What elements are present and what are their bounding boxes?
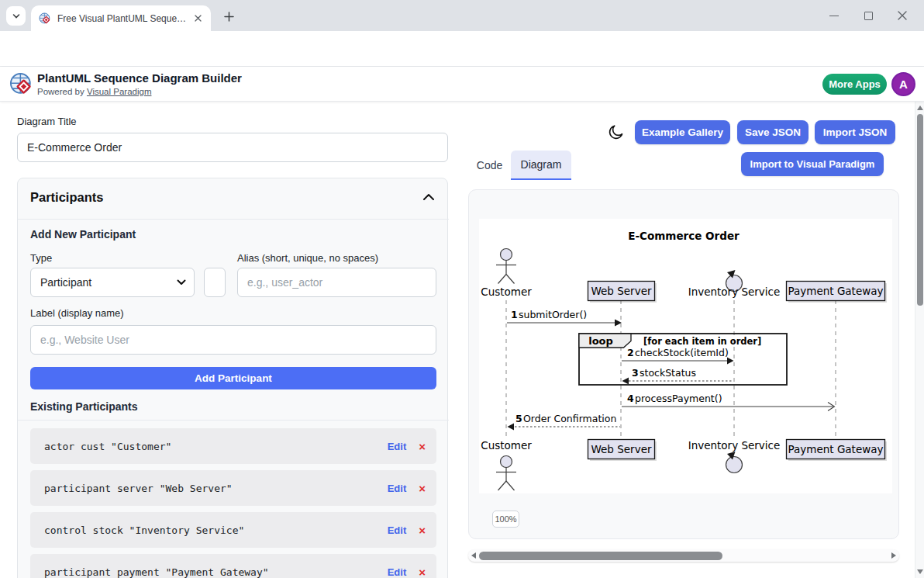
participant-label: Web Server [591, 285, 652, 297]
sequence-diagram: E-Commerce Order Customer [479, 219, 892, 493]
participant-code: participant server "Web Server" [44, 483, 388, 494]
delete-participant-button[interactable]: × [419, 482, 426, 495]
control-inventory-bottom [726, 452, 743, 473]
message-number: 3 [632, 367, 639, 379]
page-title: PlantUML Sequence Diagram Builder [37, 71, 242, 85]
participant-row: control stock "Inventory Service" Edit × [30, 512, 436, 548]
edit-participant-button[interactable]: Edit [388, 441, 407, 452]
vertical-scroll-thumb[interactable] [917, 114, 923, 306]
site-favicon-icon [39, 12, 51, 25]
participant-label: Inventory Service [688, 286, 781, 298]
participants-card: Participants Add New Participant Type Al… [17, 178, 448, 578]
delete-participant-button[interactable]: × [419, 524, 426, 537]
powered-by-prefix: Powered by [37, 87, 84, 96]
chevron-down-icon [177, 279, 186, 286]
scroll-left-arrow-icon[interactable] [471, 552, 476, 559]
diagram-title: E-Commerce Order [628, 230, 740, 242]
new-tab-button[interactable] [219, 7, 238, 26]
message-text: submitOrder() [519, 309, 587, 320]
existing-participants-title: Existing Participants [30, 400, 137, 413]
participant-code: actor cust "Customer" [44, 441, 388, 452]
minimize-icon [829, 16, 839, 16]
visual-paradigm-logo [9, 72, 33, 96]
dark-mode-toggle[interactable] [606, 123, 626, 143]
message-5: 5 Order Confirmation [508, 413, 621, 431]
message-3: 3 stockStatus [622, 367, 734, 385]
zoom-level-badge[interactable]: 100% [492, 511, 519, 528]
participant-label: Customer [481, 286, 532, 298]
tab-diagram[interactable]: Diagram [511, 151, 571, 180]
message-text: processPayment() [635, 393, 722, 404]
browser-tab[interactable]: Free Visual PlantUML Sequence [31, 5, 211, 31]
type-extra-box[interactable] [204, 268, 226, 297]
message-number: 5 [515, 413, 522, 424]
collapse-section-button[interactable] [422, 192, 435, 204]
type-label: Type [30, 252, 52, 264]
diagram-canvas[interactable]: E-Commerce Order Customer [479, 219, 892, 493]
app-user-avatar[interactable]: A [891, 72, 915, 96]
loop-condition: [for each item in order] [643, 336, 761, 347]
edit-participant-button[interactable]: Edit [388, 524, 407, 536]
message-1: 1 submitOrder() [507, 309, 622, 327]
tab-title: Free Visual PlantUML Sequence [57, 13, 191, 24]
edit-participant-button[interactable]: Edit [388, 483, 407, 494]
diagram-title-input[interactable] [17, 133, 448, 162]
message-number: 1 [511, 309, 518, 320]
participant-label: Web Server [591, 443, 652, 455]
delete-participant-button[interactable]: × [419, 566, 426, 578]
participant-label: Payment Gateway [788, 443, 883, 455]
powered-by: Powered by Visual Paradigm [37, 87, 151, 96]
alias-label: Alias (short, unique, no spaces) [237, 252, 378, 264]
scroll-right-arrow-icon[interactable] [891, 552, 896, 559]
display-name-label: Label (display name) [30, 307, 124, 319]
tab-code[interactable]: Code [468, 151, 511, 180]
scroll-up-arrow-icon[interactable] [917, 106, 923, 110]
window-maximize-button[interactable] [851, 0, 885, 31]
message-text: Order Confirmation [523, 413, 616, 424]
message-number: 2 [627, 347, 634, 358]
window-close-button[interactable] [885, 0, 919, 31]
participant-label: Payment Gateway [788, 285, 883, 297]
actor-customer-bottom [496, 456, 516, 491]
participant-code: participant payment "Payment Gateway" [44, 566, 388, 578]
display-name-input[interactable] [30, 325, 436, 355]
participant-row: actor cust "Customer" Edit × [30, 428, 436, 464]
participants-section-title: Participants [30, 190, 103, 205]
participant-label: Inventory Service [688, 439, 781, 452]
window-minimize-button[interactable] [817, 0, 851, 31]
visual-paradigm-link[interactable]: Visual Paradigm [87, 87, 152, 96]
browser-window: Free Visual PlantUML Sequence [0, 0, 924, 578]
participant-type-value: Participant [40, 276, 91, 289]
edit-participant-button[interactable]: Edit [388, 566, 407, 578]
horizontal-scrollbar[interactable] [468, 549, 899, 562]
add-participant-button[interactable]: Add Participant [30, 367, 436, 389]
delete-participant-button[interactable]: × [419, 440, 426, 453]
tab-search-button[interactable] [6, 6, 26, 26]
browser-toolbar: ai-toolbox.visual-paradigm.com/app/plant… [0, 31, 924, 67]
message-2: 2 checkStock(itemId) [622, 347, 734, 365]
example-gallery-button[interactable]: Example Gallery [635, 120, 730, 144]
add-new-participant-title: Add New Participant [30, 228, 136, 241]
message-text: stockStatus [640, 367, 696, 379]
scroll-down-arrow-icon[interactable] [917, 569, 923, 574]
tab-close-icon[interactable] [191, 12, 205, 26]
participant-row: participant payment "Payment Gateway" Ed… [30, 554, 436, 578]
vertical-scrollbar[interactable] [915, 102, 924, 578]
message-4: 4 processPayment() [622, 393, 835, 411]
chevron-up-icon [422, 192, 435, 202]
tab-strip: Free Visual PlantUML Sequence [0, 0, 924, 31]
participant-code: control stock "Inventory Service" [44, 524, 388, 536]
diagram-title-label: Diagram Title [17, 116, 77, 127]
horizontal-scroll-thumb[interactable] [479, 552, 722, 560]
participant-label: Customer [481, 439, 532, 452]
save-json-button[interactable]: Save JSON [737, 120, 808, 144]
more-apps-button[interactable]: More Apps [822, 74, 887, 95]
message-text: checkStock(itemId) [635, 347, 729, 358]
chevron-down-icon [12, 12, 21, 21]
import-to-visual-paradigm-button[interactable]: Import to Visual Paradigm [741, 152, 884, 176]
import-json-button[interactable]: Import JSON [815, 120, 895, 144]
maximize-icon [864, 12, 873, 20]
participant-type-select[interactable]: Participant [30, 268, 195, 297]
message-number: 4 [627, 393, 634, 404]
alias-input[interactable] [237, 268, 436, 297]
